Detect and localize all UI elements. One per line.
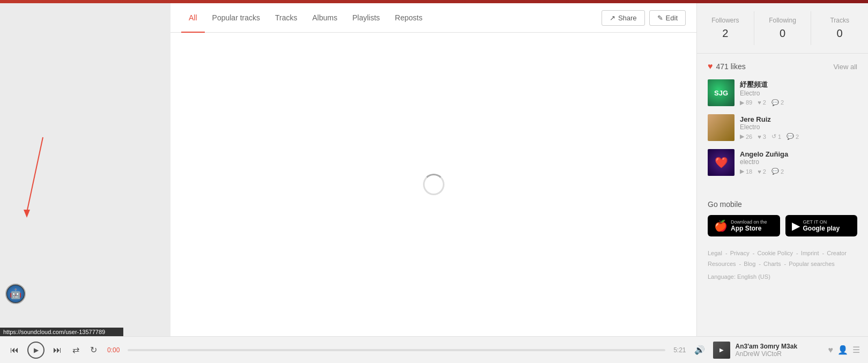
volume-button[interactable]: 🔊 xyxy=(694,345,705,355)
content-area xyxy=(170,33,696,336)
player-track-name: An3'am 3omry M3ak xyxy=(736,343,798,350)
player-follow-button[interactable]: 👤 xyxy=(837,345,848,355)
player-track-info: ▶ An3'am 3omry M3ak AnDreW ViCtoR xyxy=(713,342,820,359)
track-likes-3: ♥ 2 xyxy=(758,168,766,175)
track-artist-2[interactable]: Jere Ruiz xyxy=(740,115,857,123)
appstore-name: App Store xyxy=(731,225,767,232)
right-sidebar: Followers 2 Following 0 Tracks 0 ♥ 471 l… xyxy=(696,3,868,336)
play-icon-1: ▶ xyxy=(740,99,744,106)
track-reposts-2: ↺ 1 xyxy=(771,133,781,140)
like-icon-3: ♥ xyxy=(758,168,761,175)
track-plays-3: ▶ 18 xyxy=(740,168,752,175)
stat-following: Following 0 xyxy=(754,11,812,45)
svg-marker-1 xyxy=(24,210,30,218)
main-content: All Popular tracks Tracks Albums Playlis… xyxy=(170,3,696,336)
nav-tabs-right: ↗ Share ✎ Edit xyxy=(602,10,686,26)
track-comments-2: 💬 2 xyxy=(787,133,799,140)
appstore-button[interactable]: 🍎 Download on the App Store xyxy=(708,215,780,236)
footer-link-blog[interactable]: Blog xyxy=(744,261,755,267)
track-genre-1: Electro xyxy=(740,90,857,97)
track-artist-1[interactable]: 紓壓頻道 xyxy=(740,80,857,90)
language-value: English (US) xyxy=(737,273,770,280)
play-button[interactable]: ▶ xyxy=(27,342,44,359)
footer-link-charts[interactable]: Charts xyxy=(763,261,781,267)
nav-tabs-left: All Popular tracks Tracks Albums Playlis… xyxy=(181,4,430,32)
current-time: 0:00 xyxy=(107,346,120,354)
footer-link-imprint[interactable]: Imprint xyxy=(801,250,819,256)
player-actions: ♥ 👤 ☰ xyxy=(828,345,860,355)
track-stats-2: ▶ 26 ♥ 3 ↺ 1 💬 2 xyxy=(740,133,857,140)
track-plays-1: ▶ 89 xyxy=(740,99,752,106)
track-thumbnail-2 xyxy=(708,114,735,141)
track-stats-1: ▶ 89 ♥ 2 💬 2 xyxy=(740,99,857,106)
heart-icon: ♥ xyxy=(708,62,713,71)
tab-reposts[interactable]: Reposts xyxy=(388,4,430,33)
google-play-icon: ▶ xyxy=(792,219,800,232)
share-icon: ↗ xyxy=(610,14,615,22)
stats-row: Followers 2 Following 0 Tracks 0 xyxy=(697,3,868,54)
loading-spinner xyxy=(423,174,444,195)
followers-value: 2 xyxy=(697,27,754,40)
footer-link-legal[interactable]: Legal xyxy=(708,250,722,256)
bottom-player: ⏮ ▶ ⏭ ⇄ ↻ 0:00 5:21 🔊 ▶ An3'am 3omry M3a… xyxy=(0,336,868,363)
tooltip-url: https://soundcloud.com/user-13577789 xyxy=(0,328,123,336)
footer-link-popular[interactable]: Popular searches xyxy=(789,261,835,267)
edit-icon: ✎ xyxy=(657,14,663,22)
view-all-link[interactable]: View all xyxy=(833,63,857,71)
track-thumbnail-3: ❤️ xyxy=(708,149,735,176)
comment-icon-2: 💬 xyxy=(787,133,794,140)
googleplay-sub: GET IT ON xyxy=(803,219,840,225)
track-likes-1: ♥ 2 xyxy=(758,99,766,106)
tracks-label: Tracks xyxy=(811,17,868,24)
store-buttons: 🍎 Download on the App Store ▶ GET IT ON … xyxy=(708,215,857,236)
tab-tracks[interactable]: Tracks xyxy=(268,4,305,33)
comment-icon-3: 💬 xyxy=(771,168,779,175)
previous-button[interactable]: ⏮ xyxy=(8,343,21,357)
tab-albums[interactable]: Albums xyxy=(305,4,345,33)
list-item: ❤️ Angelo Zuñiga electro ▶ 18 ♥ 2 xyxy=(708,149,857,176)
track-genre-2: Electro xyxy=(740,123,857,131)
appstore-sub: Download on the xyxy=(731,219,767,225)
repeat-button[interactable]: ↻ xyxy=(88,343,99,357)
stat-followers: Followers 2 xyxy=(697,11,754,45)
footer-link-privacy[interactable]: Privacy xyxy=(730,250,750,256)
list-item: 紓壓頻道 Electro ▶ 89 ♥ 2 💬 2 xyxy=(708,79,857,106)
track-comments-1: 💬 2 xyxy=(771,99,784,106)
play-icon-2: ▶ xyxy=(740,133,744,140)
track-comments-3: 💬 2 xyxy=(771,168,784,175)
shuffle-button[interactable]: ⇄ xyxy=(70,343,81,357)
progress-bar[interactable] xyxy=(128,349,665,351)
player-track-text: An3'am 3omry M3ak AnDreW ViCtoR xyxy=(736,343,798,358)
likes-header: ♥ 471 likes View all xyxy=(708,62,857,71)
tab-playlists[interactable]: Playlists xyxy=(345,4,387,33)
share-button[interactable]: ↗ Share xyxy=(602,10,645,26)
track-stats-3: ▶ 18 ♥ 2 💬 2 xyxy=(740,168,857,175)
likes-count: ♥ 471 likes xyxy=(708,62,746,71)
next-button[interactable]: ⏭ xyxy=(51,343,64,357)
play-icon-3: ▶ xyxy=(740,168,744,175)
track-info-2: Jere Ruiz Electro ▶ 26 ♥ 3 ↺ 1 xyxy=(740,115,857,140)
player-queue-button[interactable]: ☰ xyxy=(852,345,860,355)
following-value: 0 xyxy=(754,27,811,40)
track-thumbnail-1 xyxy=(708,79,735,106)
tab-popular-tracks[interactable]: Popular tracks xyxy=(205,4,268,33)
likes-count-label: 471 likes xyxy=(716,62,746,71)
left-sidebar: 🤖 https://soundcloud.com/user-13577789 xyxy=(0,3,170,336)
followers-label: Followers xyxy=(697,17,754,24)
tab-all[interactable]: All xyxy=(181,4,205,33)
footer-links: Legal- Privacy- Cookie Policy- Imprint- … xyxy=(697,242,868,288)
googleplay-name: Google play xyxy=(803,225,840,232)
track-info-1: 紓壓頻道 Electro ▶ 89 ♥ 2 💬 2 xyxy=(740,80,857,106)
avatar[interactable]: 🤖 xyxy=(5,284,26,304)
track-artist-3[interactable]: Angelo Zuñiga xyxy=(740,150,857,158)
go-mobile-title: Go mobile xyxy=(708,200,857,209)
go-mobile-section: Go mobile 🍎 Download on the App Store ▶ … xyxy=(697,192,868,242)
stat-tracks: Tracks 0 xyxy=(811,11,868,45)
list-item: Jere Ruiz Electro ▶ 26 ♥ 3 ↺ 1 xyxy=(708,114,857,141)
repost-icon-2: ↺ xyxy=(771,133,776,140)
edit-button[interactable]: ✎ Edit xyxy=(649,10,686,26)
footer-link-cookie[interactable]: Cookie Policy xyxy=(757,250,793,256)
apple-icon: 🍎 xyxy=(714,219,728,232)
googleplay-button[interactable]: ▶ GET IT ON Google play xyxy=(785,215,858,236)
player-like-button[interactable]: ♥ xyxy=(828,345,834,355)
